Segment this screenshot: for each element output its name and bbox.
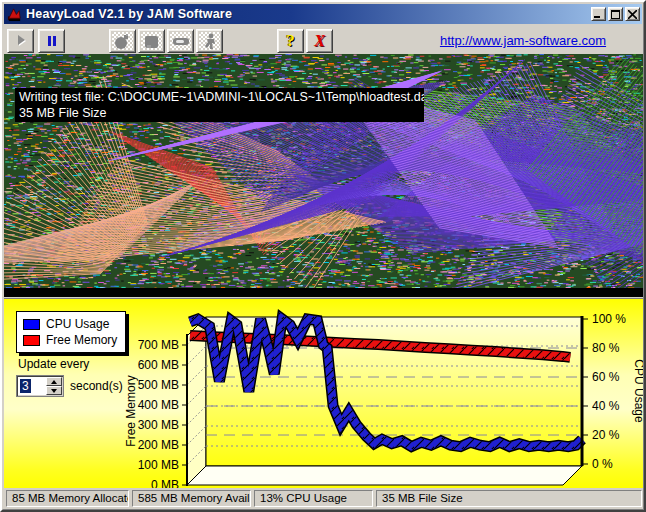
- maximize-icon: [611, 10, 620, 19]
- svg-text:400 MB: 400 MB: [138, 398, 179, 412]
- app-icon: [7, 7, 22, 22]
- svg-text:60 %: 60 %: [592, 370, 620, 384]
- free-memory-swatch: [23, 335, 40, 346]
- up-arrow-icon: [51, 380, 57, 384]
- svg-text:Free Memory: Free Memory: [124, 375, 138, 446]
- minimize-button[interactable]: [591, 7, 606, 21]
- figure-icon: [202, 33, 218, 50]
- status-cpu-usage: 13% CPU Usage: [254, 490, 373, 507]
- update-every-label: Update every: [18, 357, 89, 371]
- svg-text:200 MB: 200 MB: [138, 438, 179, 452]
- bomb-icon: [114, 33, 131, 50]
- svg-text:300 MB: 300 MB: [138, 418, 179, 432]
- title-bar[interactable]: HeavyLoad V2.1 by JAM Software: [4, 4, 642, 24]
- overlay-line1: Writing test file: C:\DOCUME~1\ADMINI~1\…: [19, 89, 420, 105]
- legend-item-cpu: CPU Usage: [23, 316, 117, 332]
- memory-block-icon: [143, 33, 160, 50]
- heavyload-window: HeavyLoad V2.1 by JAM Software: [0, 0, 646, 512]
- homepage-link[interactable]: http://www.jam-software.com: [434, 33, 612, 48]
- gdi-stress-button[interactable]: [109, 29, 136, 53]
- window-title: HeavyLoad V2.1 by JAM Software: [26, 7, 232, 21]
- spinner-up-button[interactable]: [46, 377, 62, 386]
- toolbar: ? X http://www.jam-software.com: [4, 26, 642, 54]
- legend-label-cpu: CPU Usage: [46, 317, 109, 331]
- svg-text:600 MB: 600 MB: [138, 358, 179, 372]
- simulate-cpu-button[interactable]: [196, 29, 223, 53]
- svg-text:100 %: 100 %: [592, 312, 626, 326]
- chart-panel: 0 MB100 MB200 MB300 MB400 MB500 MB600 MB…: [4, 298, 644, 489]
- start-button[interactable]: [7, 29, 34, 53]
- exit-icon: X: [314, 32, 325, 50]
- svg-text:100 MB: 100 MB: [138, 458, 179, 472]
- legend-item-memory: Free Memory: [23, 332, 117, 348]
- svg-text:0 %: 0 %: [592, 457, 613, 471]
- overlay-line2: 35 MB File Size: [19, 105, 420, 121]
- pause-button[interactable]: [38, 29, 65, 53]
- exit-button[interactable]: X: [306, 29, 333, 53]
- chart-legend: CPU Usage Free Memory: [16, 311, 126, 353]
- maximize-button[interactable]: [608, 7, 623, 21]
- legend-label-memory: Free Memory: [46, 333, 117, 347]
- play-icon: [15, 35, 27, 47]
- update-interval-spinner[interactable]: 3: [16, 375, 64, 397]
- stress-graphics-area: Writing test file: C:\DOCUME~1\ADMINI~1\…: [4, 54, 644, 297]
- status-memory-allocated: 85 MB Memory Allocated: [6, 490, 129, 507]
- seconds-label: second(s): [70, 379, 123, 393]
- status-file-size: 35 MB File Size: [376, 490, 642, 507]
- svg-text:20 %: 20 %: [592, 428, 620, 442]
- status-bar: 85 MB Memory Allocated 585 MB Memory Ava…: [4, 488, 644, 508]
- svg-text:500 MB: 500 MB: [138, 378, 179, 392]
- pause-icon: [46, 35, 58, 47]
- spinner-down-button[interactable]: [46, 386, 62, 395]
- test-status-overlay: Writing test file: C:\DOCUME~1\ADMINI~1\…: [15, 88, 424, 122]
- close-button[interactable]: [625, 7, 640, 21]
- close-icon: [628, 10, 637, 19]
- svg-text:40 %: 40 %: [592, 399, 620, 413]
- svg-text:80 %: 80 %: [592, 341, 620, 355]
- status-memory-available: 585 MB Memory Available: [132, 490, 251, 507]
- disk-icon: [172, 33, 190, 50]
- minimize-icon: [594, 10, 603, 19]
- svg-text:CPU Usage: CPU Usage: [632, 359, 644, 423]
- spinner-value[interactable]: 3: [17, 376, 46, 396]
- down-arrow-icon: [51, 389, 57, 393]
- svg-text:700 MB: 700 MB: [138, 338, 179, 352]
- help-button[interactable]: ?: [277, 29, 304, 53]
- allocate-memory-button[interactable]: [138, 29, 165, 53]
- cpu-usage-swatch: [23, 319, 40, 330]
- help-icon: ?: [286, 31, 295, 51]
- write-test-file-button[interactable]: [167, 29, 194, 53]
